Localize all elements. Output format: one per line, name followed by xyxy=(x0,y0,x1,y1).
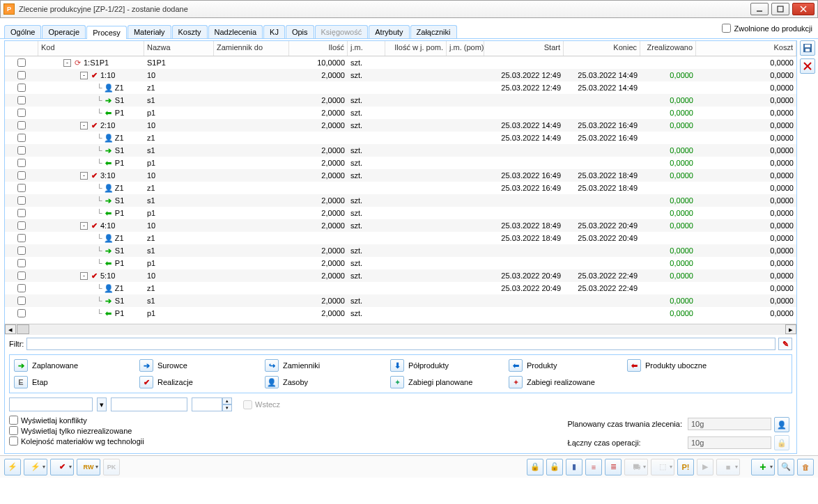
row-checkbox[interactable] xyxy=(17,184,26,192)
add-split-button[interactable]: + xyxy=(751,459,775,475)
grid-row[interactable]: └⬅P1p12,0000szt.0,00000,0000 xyxy=(5,307,796,320)
grid-row[interactable]: └⬅P1p12,0000szt.0,00000,0000 xyxy=(5,257,796,269)
row-checkbox[interactable] xyxy=(17,146,26,155)
row-checkbox[interactable] xyxy=(17,297,26,305)
time-spin-down[interactable]: ▾ xyxy=(222,404,232,411)
tree-toggle[interactable]: - xyxy=(80,272,88,280)
release-checkbox[interactable] xyxy=(722,24,731,33)
row-checkbox[interactable] xyxy=(17,159,26,167)
grid-row[interactable]: └⬅P1p12,0000szt.0,00000,0000 xyxy=(5,107,796,119)
list-button-1[interactable]: ≡ xyxy=(585,459,602,475)
realize-split-button[interactable]: ✔ xyxy=(50,459,74,475)
lock-closed-button[interactable]: 🔒 xyxy=(527,459,543,475)
side-person-button[interactable]: 👤 xyxy=(774,417,789,432)
tab-materiały[interactable]: Materiały xyxy=(128,25,171,38)
tree-toggle[interactable]: - xyxy=(80,172,88,180)
grid-row[interactable]: └👤Z1z125.03.2022 16:4925.03.2022 18:490,… xyxy=(5,182,796,194)
time-spin-up[interactable]: ▴ xyxy=(222,397,232,404)
material-order-checkbox[interactable] xyxy=(9,436,18,446)
row-checkbox[interactable] xyxy=(17,109,26,117)
grid-row[interactable]: └➔S1s12,0000szt.0,00000,0000 xyxy=(5,94,796,107)
col-koszt[interactable]: Koszt xyxy=(696,41,796,56)
tab-operacje[interactable]: Operacje xyxy=(42,25,86,38)
col-zamiennik[interactable]: Zamiennik do xyxy=(214,41,289,56)
row-checkbox[interactable] xyxy=(17,58,26,67)
grid-row[interactable]: └👤Z1z125.03.2022 18:4925.03.2022 20:490,… xyxy=(5,232,796,244)
grid-row[interactable]: -✔3:10102,0000szt.25.03.2022 16:4925.03.… xyxy=(5,169,796,182)
row-checkbox[interactable] xyxy=(17,134,26,142)
grid-row[interactable]: └➔S1s12,0000szt.0,00000,0000 xyxy=(5,144,796,157)
grid-row[interactable]: -✔5:10102,0000szt.25.03.2022 20:4925.03.… xyxy=(5,269,796,282)
grid-row[interactable]: └➔S1s12,0000szt.0,00000,0000 xyxy=(5,244,796,257)
row-checkbox[interactable] xyxy=(17,84,26,92)
row-checkbox[interactable] xyxy=(17,284,26,292)
grid-row[interactable]: └👤Z1z125.03.2022 12:4925.03.2022 14:490,… xyxy=(5,81,796,94)
col-zrealizowano[interactable]: Zrealizowano xyxy=(640,41,696,56)
save-button[interactable] xyxy=(800,40,815,56)
tree-toggle[interactable]: - xyxy=(80,222,88,230)
grid-row[interactable]: └➔S1s12,0000szt.0,00000,0000 xyxy=(5,294,796,307)
row-checkbox[interactable] xyxy=(17,71,26,79)
row-checkbox[interactable] xyxy=(17,121,26,129)
row-checkbox[interactable] xyxy=(17,96,26,104)
tab-załączniki[interactable]: Załączniki xyxy=(410,25,457,38)
col-start[interactable]: Start xyxy=(484,41,564,56)
tree-toggle[interactable]: - xyxy=(63,59,71,67)
col-ilosc[interactable]: Ilość xyxy=(289,41,348,56)
bolt-split-button[interactable]: ⚡ xyxy=(24,459,47,475)
rw-split-button[interactable]: RW xyxy=(77,459,100,475)
row-checkbox[interactable] xyxy=(17,259,26,267)
row-checkbox[interactable] xyxy=(17,221,26,230)
grid-row[interactable]: └➔S1s12,0000szt.0,00000,0000 xyxy=(5,194,796,207)
grid-row[interactable]: -✔2:10102,0000szt.25.03.2022 14:4925.03.… xyxy=(5,119,796,132)
grid-row[interactable]: └⬅P1p12,0000szt.0,00000,0000 xyxy=(5,207,796,219)
bolt-button[interactable]: ⚡ xyxy=(4,459,21,475)
row-checkbox[interactable] xyxy=(17,234,26,242)
show-unrealized-checkbox[interactable] xyxy=(9,426,18,435)
grid-body[interactable]: -⟳1:S1P1S1P110,0000szt.0,0000-✔1:10102,0… xyxy=(5,56,796,324)
tab-opis[interactable]: Opis xyxy=(286,25,314,38)
col-jm[interactable]: j.m. xyxy=(348,41,385,56)
close-button[interactable] xyxy=(792,3,815,15)
tab-koszty[interactable]: Koszty xyxy=(172,25,208,38)
col-jm-pom[interactable]: j.m. (pom) xyxy=(447,41,484,56)
lock-open-button[interactable]: 🔓 xyxy=(546,459,563,475)
tree-toggle[interactable]: - xyxy=(80,72,88,79)
col-kod[interactable]: Kod xyxy=(38,41,144,56)
grid-row[interactable]: -✔4:10102,0000szt.25.03.2022 18:4925.03.… xyxy=(5,219,796,232)
minimize-button[interactable] xyxy=(750,3,769,15)
grid-row[interactable]: └👤Z1z125.03.2022 20:4925.03.2022 22:490,… xyxy=(5,282,796,294)
tab-kj[interactable]: KJ xyxy=(263,25,285,38)
filter-toggle-button[interactable]: ✎ xyxy=(778,338,792,350)
show-conflicts-checkbox[interactable] xyxy=(9,416,18,425)
side-close-button[interactable] xyxy=(800,58,815,74)
grid-row[interactable]: └👤Z1z125.03.2022 14:4925.03.2022 16:490,… xyxy=(5,132,796,144)
col-ilosc-pom[interactable]: Ilość w j. pom. xyxy=(385,41,447,56)
col-koniec[interactable]: Koniec xyxy=(564,41,640,56)
maximize-button[interactable] xyxy=(771,3,789,15)
doc-button[interactable]: ▮ xyxy=(566,459,582,475)
scroll-left-button[interactable]: ◂ xyxy=(5,324,16,334)
row-checkbox[interactable] xyxy=(17,309,26,317)
tree-toggle[interactable]: - xyxy=(80,122,88,129)
grid-row[interactable]: └⬅P1p12,0000szt.0,00000,0000 xyxy=(5,157,796,169)
plan-mode-dropdown[interactable]: ▾ xyxy=(97,397,107,411)
grid-row[interactable]: -✔1:10102,0000szt.25.03.2022 12:4925.03.… xyxy=(5,69,796,81)
row-checkbox[interactable] xyxy=(17,171,26,180)
filter-input[interactable] xyxy=(26,338,775,350)
grid-row[interactable]: -⟳1:S1P1S1P110,0000szt.0,0000 xyxy=(5,56,796,69)
list-button-2[interactable]: ≣ xyxy=(605,459,622,475)
search-button[interactable]: 🔍 xyxy=(778,459,794,475)
row-checkbox[interactable] xyxy=(17,246,26,255)
plan-mode-select[interactable]: Planować od xyxy=(9,397,93,411)
row-checkbox[interactable] xyxy=(17,271,26,280)
tab-atrybuty[interactable]: Atrybuty xyxy=(369,25,409,38)
delete-button[interactable]: 🗑 xyxy=(797,459,814,475)
scroll-right-button[interactable]: ▸ xyxy=(785,324,796,334)
plan-time-input[interactable]: - - : - - xyxy=(192,397,222,411)
warn-button[interactable]: P! xyxy=(677,459,694,475)
plan-from-input[interactable]: Planuj od teraz xyxy=(111,397,187,411)
tab-ogólne[interactable]: Ogólne xyxy=(4,25,41,38)
tab-procesy[interactable]: Procesy xyxy=(86,26,127,39)
tab-nadzlecenia[interactable]: Nadzlecenia xyxy=(208,25,263,38)
